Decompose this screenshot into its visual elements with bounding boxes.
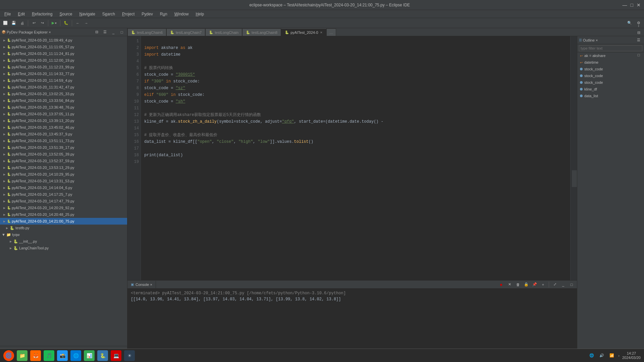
tree-item-testfb[interactable]: ▶🐍testfb.py — [0, 225, 127, 231]
restore-button[interactable]: □ — [631, 2, 633, 8]
tree-item[interactable]: ▶🐍pyAITest_2024-03-20_14:10:29_95.py — [0, 171, 127, 178]
tree-item[interactable]: ▶🐍pyAITest_2024-03-20_14:20:48_25.py — [0, 211, 127, 218]
tree-item[interactable]: ▶🐍pyAITest_2024-03-20_14:17:47_79.py — [0, 198, 127, 204]
toolbar-print[interactable]: 🖨 — [18, 19, 26, 27]
menu-refactoring[interactable]: Refactoring — [29, 11, 55, 17]
outline-item[interactable]: data_list — [577, 93, 644, 99]
console-minimize[interactable]: _ — [559, 281, 567, 288]
outline-item[interactable]: stock_code — [577, 66, 644, 72]
tree-item[interactable]: ▶🐍pyAITest_2024-03-20_11:14:33_77.py — [0, 70, 127, 77]
tree-item[interactable]: ▶🐍pyAITest_2024-03-20_14:20:29_92.py — [0, 204, 127, 211]
tree-item[interactable]: ▶🐍pyAITest_2024-03-20_14:13:31_53.py — [0, 178, 127, 184]
outline-item[interactable]: stock_code — [577, 79, 644, 86]
minimize-button[interactable]: — — [623, 2, 627, 8]
outline-item[interactable]: ↩ak = akshare — [577, 52, 644, 59]
menu-pydev[interactable]: Pydev — [139, 11, 155, 17]
panel-minimize[interactable]: _ — [110, 28, 117, 36]
tree-item-folder-child[interactable]: ▶🐍LangChainTool.py — [0, 245, 127, 251]
toolbar-run-dropdown[interactable]: ▶ ▾ — [50, 20, 58, 26]
toolbar-forward[interactable]: → — [83, 19, 90, 27]
tree-item[interactable]: ▶🐍pyAITest_2024-03-20_13:45:37_9.py — [0, 131, 127, 137]
console-expand[interactable]: ⤢ — [551, 281, 558, 288]
menu-help[interactable]: Help — [193, 11, 207, 17]
tree-item-folder-child[interactable]: ▶🐍__init__.py — [0, 238, 127, 245]
toolbar-undo[interactable]: ↩ — [30, 19, 38, 27]
toolbar-save[interactable]: 💾 — [10, 19, 17, 27]
console-new[interactable]: + — [539, 281, 547, 288]
panel-menu[interactable]: ☰ — [101, 28, 109, 36]
editor-tab[interactable]: 🐍pyAITest_2024-0✕ — [281, 28, 326, 36]
outline-sort[interactable]: ↕ — [635, 22, 642, 29]
tree-item[interactable]: ▶🐍pyAITest_2024-03-20_13:37:05_11.py — [0, 111, 127, 117]
console-maximize[interactable]: □ — [568, 281, 575, 288]
console-remove[interactable]: ✕ — [506, 281, 513, 288]
tree-item[interactable]: ▶🐍pyAITest_2024-03-20_13:33:56_84.py — [0, 97, 127, 104]
taskbar-files[interactable]: 📁 — [17, 350, 28, 361]
outline-menu[interactable]: ☰ — [635, 37, 642, 44]
toolbar-back[interactable]: ← — [74, 19, 82, 27]
taskbar-browser[interactable]: 🦊 — [30, 350, 41, 361]
toolbar-redo[interactable]: ↪ — [39, 19, 46, 27]
outline-item[interactable]: ↩datetime — [577, 59, 644, 66]
taskbar-python[interactable]: 🐍 — [97, 350, 108, 361]
tree-item[interactable]: ▶🐍pyAITest_2024-03-20_13:51:11_73.py — [0, 137, 127, 144]
menu-file[interactable]: File — [2, 11, 13, 17]
tree-item[interactable]: ▶🐍pyAITest_2024-03-20_13:39:13_20.py — [0, 117, 127, 124]
editor-tab[interactable]: … — [326, 28, 336, 36]
console-scroll-lock[interactable]: 🔒 — [523, 281, 530, 288]
menu-window[interactable]: Window — [172, 11, 192, 17]
menu-edit[interactable]: Edit — [15, 11, 28, 17]
tree-item[interactable]: ▶🐍pyAITest_2024-03-20_11:11:05_57.py — [0, 44, 127, 50]
taskbar-launcher[interactable]: 🌀 — [3, 350, 14, 361]
taskbar-wifi[interactable]: 📶 — [608, 352, 615, 359]
close-button[interactable]: ✕ — [637, 2, 641, 8]
tab-close-icon[interactable]: ✕ — [320, 31, 323, 34]
taskbar-edge[interactable]: 🌐 — [70, 350, 81, 361]
outline-item[interactable]: kline_df — [577, 86, 644, 93]
console-clear[interactable]: 🗑 — [514, 281, 522, 288]
menu-source[interactable]: Source — [57, 11, 75, 17]
tree-item[interactable]: ▶🐍pyAITest_2024-03-20_13:53:13_29.py — [0, 164, 127, 171]
taskbar-music[interactable]: 🎵 — [44, 350, 54, 361]
console-pin[interactable]: 📌 — [531, 281, 538, 288]
tree-item[interactable]: ▶🐍pyAITest_2024-03-20_11:12:00_19.py — [0, 57, 127, 64]
tree-item[interactable]: ▶🐍pyAITest_2024-03-20_11:09:49_4.py — [0, 37, 127, 44]
tree-item[interactable]: ▶🐍pyAITest_2024-03-20_13:45:02_46.py — [0, 124, 127, 131]
toolbar-search[interactable]: 🔍 — [626, 19, 633, 27]
tree-item[interactable]: ▶🐍pyAITest_2024-03-20_13:52:05_39.py — [0, 151, 127, 158]
taskbar-sheets[interactable]: 📊 — [84, 350, 95, 361]
taskbar-photos[interactable]: 📸 — [57, 350, 68, 361]
toolbar-debug[interactable]: 🐛 — [62, 19, 70, 27]
tree-item[interactable]: ▶🐍pyAITest_2024-03-20_11:11:24_81.py — [0, 50, 127, 57]
tree-item[interactable]: ▶🐍pyAITest_2024-03-20_11:14:59_4.py — [0, 77, 127, 84]
outline-filter[interactable] — [577, 44, 644, 52]
menu-run[interactable]: Run — [157, 11, 170, 17]
tree-item[interactable]: ▶🐍pyAITest_2024-03-20_13:51:39_17.py — [0, 144, 127, 151]
tree-item[interactable]: ▶🐍pyAITest_2024-03-20_13:02:25_33.py — [0, 90, 127, 97]
menu-navigate[interactable]: Navigate — [76, 11, 98, 17]
tree-item[interactable]: ▶🐍pyAITest_2024-03-20_13:36:48_76.py — [0, 104, 127, 111]
outline-filter-input[interactable] — [579, 45, 642, 51]
taskbar-network[interactable]: 🌐 — [588, 352, 595, 359]
editor-tab[interactable]: 🐍testLongChain — [205, 28, 242, 36]
panel-maximize[interactable]: □ — [118, 28, 125, 36]
tree-item[interactable]: ▶🐍pyAITest_2024-03-20_14:21:00_75.py — [0, 218, 127, 225]
tree-item[interactable]: ▶🐍pyAITest_2024-03-20_11:12:23_99.py — [0, 64, 127, 70]
panel-collapse[interactable]: ⊟ — [93, 28, 100, 36]
outline-collapse-all[interactable]: ⊟ — [635, 29, 642, 37]
tree-item[interactable]: ▶🐍pyAITest_2024-03-20_14:14:04_6.py — [0, 184, 127, 191]
toolbar-new[interactable]: ⬜ — [2, 19, 9, 27]
menu-search[interactable]: Search — [100, 11, 118, 17]
tree-folder-tyqw[interactable]: ▼📁tyqw — [0, 231, 127, 238]
menu-project[interactable]: Project — [119, 11, 137, 17]
taskbar-volume[interactable]: 🔊 — [598, 352, 605, 359]
console-terminate[interactable]: ■ — [497, 281, 505, 288]
tree-item[interactable]: ▶🐍pyAITest_2024-03-20_13:52:37_59.py — [0, 158, 127, 164]
taskbar-expand[interactable]: › — [618, 354, 620, 358]
taskbar-eclipse[interactable]: ☀ — [124, 350, 135, 361]
console-tab[interactable]: ▣ Console × — [127, 281, 156, 288]
outline-item[interactable]: stock_code — [577, 72, 644, 79]
tree-item[interactable]: ▶🐍pyAITest_2024-03-20_14:17:25_7.py — [0, 191, 127, 198]
taskbar-terminal[interactable]: 💻 — [111, 350, 121, 361]
code-editor[interactable]: import akshare as akimport datetime # 股票… — [141, 36, 570, 280]
